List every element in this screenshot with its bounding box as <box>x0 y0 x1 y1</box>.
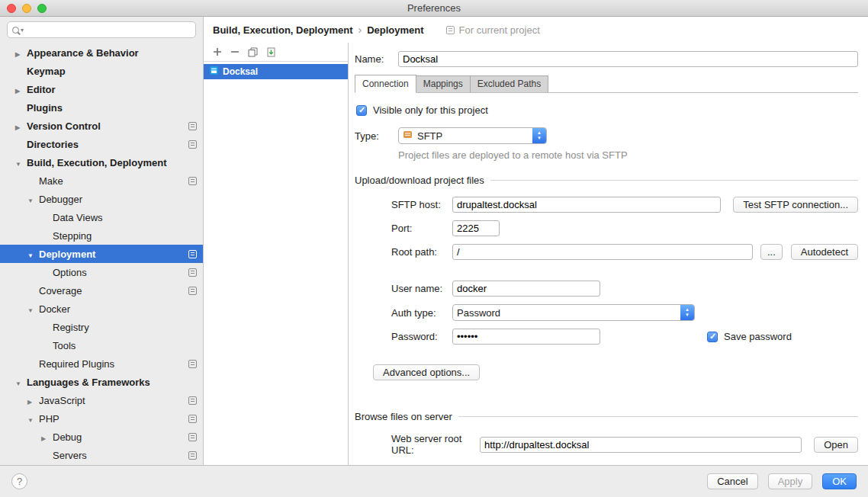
current-project-icon <box>188 433 197 441</box>
settings-tree: Appearance & Behavior Keymap Editor Plug… <box>0 41 203 465</box>
type-label: Type: <box>355 130 392 142</box>
auth-type-value: Password <box>457 307 500 319</box>
sidebar-item-make[interactable]: Make <box>0 172 203 190</box>
port-input[interactable] <box>452 220 500 236</box>
cancel-button[interactable]: Cancel <box>707 473 757 489</box>
traffic-lights <box>7 4 47 13</box>
web-root-label: Web server root URL: <box>391 433 480 456</box>
use-as-default-button[interactable] <box>266 47 276 57</box>
zoom-window-button[interactable] <box>37 4 47 13</box>
sidebar-item-php[interactable]: PHP <box>0 409 203 428</box>
breadcrumb-deployment: Deployment <box>367 24 423 36</box>
minimize-window-button[interactable] <box>22 4 31 13</box>
test-sftp-connection-button[interactable]: Test SFTP connection... <box>733 197 858 213</box>
save-password-checkbox[interactable] <box>707 332 718 342</box>
sidebar-item-languages-frameworks[interactable]: Languages & Frameworks <box>0 373 203 391</box>
user-name-input[interactable] <box>452 281 600 297</box>
chevron-down-icon[interactable] <box>27 248 39 260</box>
open-button[interactable]: Open <box>814 437 858 453</box>
sidebar-item-data-views[interactable]: Data Views <box>0 208 203 226</box>
web-root-input[interactable] <box>480 437 802 453</box>
sidebar-item-editor[interactable]: Editor <box>0 80 203 98</box>
autodetect-button[interactable]: Autodetect <box>791 244 858 260</box>
current-project-icon <box>188 177 197 185</box>
sidebar-item-appearance-behavior[interactable]: Appearance & Behavior <box>0 43 203 62</box>
sidebar-item-stepping[interactable]: Stepping <box>0 226 203 245</box>
chevron-down-icon[interactable] <box>15 157 27 168</box>
advanced-options-button[interactable]: Advanced options... <box>373 364 480 380</box>
apply-button[interactable]: Apply <box>768 473 813 489</box>
for-current-project-badge: For current project <box>446 24 540 36</box>
sidebar-item-required-plugins[interactable]: Required Plugins <box>0 354 203 373</box>
current-project-icon <box>188 360 197 368</box>
chevron-down-icon[interactable] <box>15 377 27 388</box>
current-project-icon <box>188 250 197 258</box>
visible-only-checkbox[interactable] <box>356 105 367 116</box>
password-input[interactable] <box>452 329 600 345</box>
name-input[interactable] <box>398 51 858 67</box>
sidebar-item-deployment[interactable]: Deployment <box>0 245 203 263</box>
copy-server-button[interactable] <box>248 47 258 57</box>
chevron-right-icon[interactable] <box>15 47 27 59</box>
sidebar-item-options[interactable]: Options <box>0 263 203 281</box>
close-window-button[interactable] <box>7 4 16 13</box>
chevron-right-icon[interactable] <box>15 120 27 132</box>
sidebar-item-docker[interactable]: Docker <box>0 300 203 318</box>
title-bar: Preferences <box>0 0 868 17</box>
sidebar-item-directories[interactable]: Directories <box>0 135 203 153</box>
tab-connection[interactable]: Connection <box>355 75 416 93</box>
breadcrumb: Build, Execution, Deployment › Deploymen… <box>204 17 868 43</box>
save-password-label: Save password <box>724 331 792 342</box>
browse-section-header: Browse files on server <box>355 411 858 422</box>
add-server-button[interactable] <box>213 47 222 56</box>
password-label: Password: <box>391 331 452 342</box>
current-project-icon <box>188 268 197 277</box>
sidebar-item-build-execution-deployment[interactable]: Build, Execution, Deployment <box>0 153 203 172</box>
type-dropdown[interactable]: SFTP <box>398 127 547 144</box>
sidebar-item-keymap[interactable]: Keymap <box>0 62 203 80</box>
sidebar-item-plugins[interactable]: Plugins <box>0 98 203 117</box>
visible-only-label: Visible only for this project <box>373 104 488 116</box>
sidebar-item-registry[interactable]: Registry <box>0 318 203 336</box>
current-project-icon <box>188 415 197 423</box>
chevron-right-icon[interactable] <box>15 84 27 95</box>
tab-bar: Connection Mappings Excluded Paths <box>355 76 858 93</box>
current-project-icon <box>188 287 197 295</box>
sidebar-item-servers[interactable]: Servers <box>0 446 203 464</box>
search-input[interactable] <box>25 24 191 36</box>
sidebar-item-javascript[interactable]: JavaScript <box>0 391 203 409</box>
settings-search-box[interactable] <box>7 21 196 38</box>
tab-mappings[interactable]: Mappings <box>416 75 471 93</box>
browse-root-path-button[interactable]: ... <box>760 244 783 260</box>
sidebar-item-debug[interactable]: Debug <box>0 428 203 446</box>
current-project-icon <box>188 122 197 130</box>
preferences-window: Preferences Appearance & Behavior Keymap <box>0 0 868 497</box>
current-project-icon <box>188 140 197 149</box>
root-path-input[interactable] <box>452 244 753 260</box>
search-icon <box>12 27 19 34</box>
chevron-right-icon[interactable] <box>41 431 53 443</box>
upload-section-header: Upload/download project files <box>355 175 858 186</box>
sidebar-item-version-control[interactable]: Version Control <box>0 117 203 135</box>
sidebar-item-debugger[interactable]: Debugger <box>0 190 203 208</box>
server-list-item-docksal[interactable]: Docksal <box>204 64 348 79</box>
breadcrumb-separator: › <box>358 24 362 36</box>
chevron-down-icon[interactable] <box>27 413 39 425</box>
ok-button[interactable]: OK <box>822 473 857 489</box>
sftp-host-label: SFTP host: <box>391 199 452 210</box>
name-label: Name: <box>355 53 392 65</box>
sftp-host-input[interactable] <box>452 197 721 213</box>
search-options-caret-icon[interactable] <box>21 27 24 34</box>
server-list-pane: Docksal <box>204 43 349 465</box>
chevron-right-icon[interactable] <box>27 395 39 406</box>
auth-type-label: Auth type: <box>391 307 452 319</box>
tab-excluded-paths[interactable]: Excluded Paths <box>470 75 548 93</box>
auth-type-dropdown[interactable]: Password <box>452 304 695 321</box>
help-button[interactable]: ? <box>11 473 27 489</box>
chevron-down-icon[interactable] <box>27 303 39 315</box>
chevron-down-icon[interactable] <box>27 194 39 205</box>
dropdown-stepper-icon <box>680 305 694 320</box>
remove-server-button[interactable] <box>230 47 240 56</box>
sidebar-item-coverage[interactable]: Coverage <box>0 281 203 300</box>
sidebar-item-tools[interactable]: Tools <box>0 336 203 354</box>
